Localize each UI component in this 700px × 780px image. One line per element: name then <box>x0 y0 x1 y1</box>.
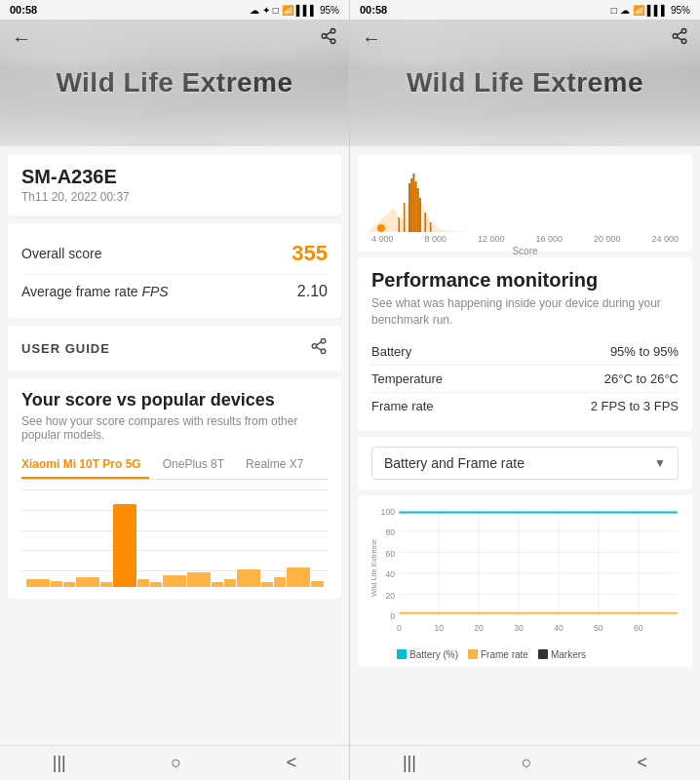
histogram-bars <box>368 164 682 232</box>
status-icons-left: ☁ ✦ □ 📶 ▌▌▌ 95% <box>250 5 339 16</box>
time-right: 00:58 <box>360 4 387 16</box>
overall-score-value: 355 <box>292 241 328 266</box>
bar-3 <box>63 582 75 587</box>
bar-11 <box>212 582 223 587</box>
user-guide-label: USER GUIDE <box>21 341 110 356</box>
dropdown-section: Battery and Frame rate ▼ <box>358 437 692 489</box>
fps-score-label: Average frame rate FPS <box>21 284 169 299</box>
svg-text:60: 60 <box>385 548 395 558</box>
histogram-chart: 4 000 8 000 12 000 16 000 20 000 24 000 … <box>368 164 682 242</box>
comparison-chart <box>21 489 328 587</box>
nav-home-left[interactable]: ○ <box>171 753 181 773</box>
bar-4 <box>76 577 99 587</box>
graph-section: 100 80 60 40 20 0 0 10 20 30 40 50 60 <box>358 495 692 667</box>
svg-text:0: 0 <box>390 611 395 621</box>
svg-line-4 <box>326 32 331 35</box>
scores-section: Overall score 355 Average frame rate FPS… <box>8 223 341 318</box>
overall-score-row: Overall score 355 <box>21 233 328 275</box>
histogram-x-labels: 4 000 8 000 12 000 16 000 20 000 24 000 <box>368 232 682 244</box>
performance-section: Performance monitoring See what was happ… <box>358 257 692 431</box>
back-button-right[interactable]: ← <box>362 27 381 50</box>
tab-xiaomi[interactable]: Xiaomi Mi 10T Pro 5G <box>21 451 149 479</box>
hero-title-right: Wild Life Extreme <box>407 67 643 98</box>
cloud-icon: ☁ <box>250 5 259 16</box>
user-guide-section: USER GUIDE <box>8 326 341 370</box>
legend-dot-framerate <box>468 649 478 659</box>
svg-text:40: 40 <box>385 569 395 579</box>
comparison-section: Your score vs popular devices See how yo… <box>8 378 341 599</box>
nav-bar-right: ||| ○ < <box>350 745 700 780</box>
bar-2 <box>51 581 62 587</box>
time-left: 00:58 <box>10 4 37 16</box>
svg-text:60: 60 <box>634 623 643 633</box>
bar-1 <box>26 579 50 587</box>
framerate-row: Frame rate 2 FPS to 3 FPS <box>371 393 679 419</box>
battery-left: 95% <box>320 5 339 16</box>
dropdown-label: Battery and Frame rate <box>384 455 525 471</box>
svg-line-8 <box>316 347 321 350</box>
user-guide-share-icon[interactable] <box>310 337 328 359</box>
signal-icon-r: ▌▌▌ <box>647 5 668 16</box>
screenshot-icon-r: □ <box>611 5 617 16</box>
legend-label-framerate: Frame rate <box>481 649 528 660</box>
hero-nav-right: ← <box>350 20 700 58</box>
panel-content-left: SM-A236E Th11 20, 2022 00:37 Overall sco… <box>0 146 349 745</box>
comparison-tabs: Xiaomi Mi 10T Pro 5G OnePlus 8T Realme X… <box>21 451 328 480</box>
nav-back-right[interactable]: ||| <box>403 753 416 773</box>
bar-7 <box>137 579 149 587</box>
cloud-icon-r: ☁ <box>620 5 630 16</box>
right-phone-panel: 00:58 □ ☁ 📶 ▌▌▌ 95% ← Wild Life Extreme <box>350 0 700 780</box>
score-chart-section: 4 000 8 000 12 000 16 000 20 000 24 000 … <box>358 154 692 252</box>
nav-recents-left[interactable]: < <box>287 753 297 773</box>
nav-home-right[interactable]: ○ <box>522 753 532 773</box>
fps-score-value: 2.10 <box>297 283 328 300</box>
bar-15 <box>274 577 286 587</box>
performance-subtitle: See what was happening inside your devic… <box>371 295 679 329</box>
grid-line-4 <box>21 550 328 551</box>
tab-realme[interactable]: Realme X7 <box>246 451 311 479</box>
bar-17 <box>311 581 323 587</box>
legend-label-battery: Battery (%) <box>409 649 458 660</box>
svg-text:Wild Life Extreme: Wild Life Extreme <box>369 539 378 597</box>
temperature-val: 26°C to 26°C <box>604 371 679 386</box>
share-button-left[interactable] <box>320 27 337 50</box>
nav-recents-right[interactable]: < <box>638 753 648 773</box>
tab-oneplus[interactable]: OnePlus 8T <box>163 451 232 479</box>
temperature-row: Temperature 26°C to 26°C <box>371 366 679 393</box>
share-button-right[interactable] <box>671 27 688 50</box>
legend-framerate: Frame rate <box>468 649 528 660</box>
hero-title-left: Wild Life Extreme <box>56 67 292 98</box>
bar-16 <box>287 567 310 587</box>
svg-text:10: 10 <box>434 623 444 633</box>
bar-12 <box>224 579 236 587</box>
left-phone-panel: 00:58 ☁ ✦ □ 📶 ▌▌▌ 95% ← Wild Life Extrem… <box>0 0 350 780</box>
bar-14 <box>261 582 273 587</box>
bar-10 <box>187 572 211 587</box>
svg-line-13 <box>677 37 681 40</box>
back-button-left[interactable]: ← <box>12 27 31 50</box>
dropdown-control[interactable]: Battery and Frame rate ▼ <box>371 447 679 480</box>
grid-line-5 <box>21 570 328 571</box>
battery-row: Battery 95% to 95% <box>371 338 679 366</box>
notification-icon: ✦ <box>262 5 270 16</box>
grid-line-1 <box>21 489 328 490</box>
svg-line-3 <box>326 37 331 40</box>
legend-markers: Markers <box>538 649 586 660</box>
screenshot-icon: □ <box>273 5 279 16</box>
svg-text:20: 20 <box>385 590 395 600</box>
legend-battery: Battery (%) <box>397 649 458 660</box>
framerate-key: Frame rate <box>371 399 434 413</box>
status-icons-right: □ ☁ 📶 ▌▌▌ 95% <box>611 5 690 16</box>
bar-5 <box>100 582 112 587</box>
fps-score-row: Average frame rate FPS 2.10 <box>21 275 328 308</box>
score-dot <box>377 224 385 232</box>
legend-dot-markers <box>538 649 548 659</box>
svg-text:50: 50 <box>594 623 603 633</box>
svg-text:0: 0 <box>397 623 402 633</box>
dropdown-arrow-icon: ▼ <box>654 456 666 470</box>
battery-key: Battery <box>371 344 411 359</box>
nav-back-left[interactable]: ||| <box>53 753 66 773</box>
framerate-val: 2 FPS to 3 FPS <box>591 399 679 413</box>
status-bar-left: 00:58 ☁ ✦ □ 📶 ▌▌▌ 95% <box>0 0 349 20</box>
score-x-axis-label: Score <box>368 246 682 256</box>
